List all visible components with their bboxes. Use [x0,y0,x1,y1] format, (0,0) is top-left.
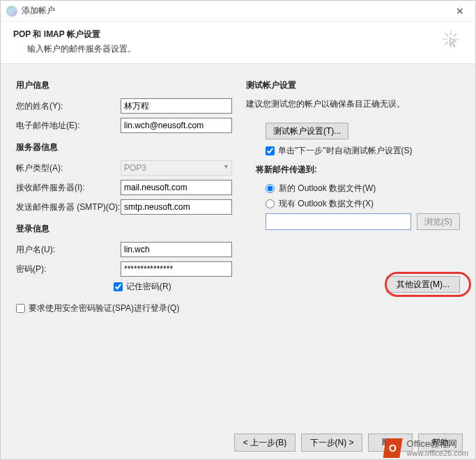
login-section: 登录信息 [16,223,232,235]
test-section: 测试帐户设置 [246,79,460,91]
email-label: 电子邮件地址(E): [16,120,121,132]
email-input[interactable] [121,118,232,133]
deliver-path-input[interactable] [266,213,411,230]
deliver-new-label: 新的 Outlook 数据文件(W) [279,183,376,194]
name-input[interactable] [121,98,232,114]
close-button[interactable]: ✕ [450,4,470,18]
remember-password-label: 记住密码(R) [126,281,171,293]
cursor-icon [440,29,461,49]
password-input[interactable] [121,261,232,277]
deliver-existing-radio[interactable] [266,199,275,208]
remember-password-checkbox[interactable] [114,282,123,291]
window-title: 添加帐户 [22,5,450,17]
next-button[interactable]: 下一步(N) > [301,434,362,452]
userinfo-section: 用户信息 [16,79,232,91]
dialog-window: 添加帐户 ✕ POP 和 IMAP 帐户设置 输入帐户的邮件服务器设置。 用户信… [0,0,476,460]
deliver-section: 将新邮件传递到: [256,164,460,176]
header: POP 和 IMAP 帐户设置 输入帐户的邮件服务器设置。 [1,22,475,64]
autotest-label: 单击"下一步"时自动测试帐户设置(S) [278,145,413,157]
test-settings-button[interactable]: 测试帐户设置(T)... [266,123,348,139]
account-type-label: 帐户类型(A): [16,162,121,174]
deliver-existing-label: 现有 Outlook 数据文件(X) [279,198,374,210]
username-input[interactable] [121,242,232,257]
outgoing-input[interactable] [121,199,232,215]
globe-icon [6,6,17,17]
help-button[interactable]: 帮助 [418,434,463,452]
outgoing-label: 发送邮件服务器 (SMTP)(O): [16,201,121,213]
titlebar: 添加帐户 ✕ [1,1,475,22]
spa-label: 要求使用安全密码验证(SPA)进行登录(Q) [29,302,179,314]
name-label: 您的姓名(Y): [16,100,121,112]
footer: < 上一步(B) 下一步(N) > 取消 帮助 [1,426,475,459]
test-desc: 建议您测试您的帐户以确保条目正确无误。 [246,98,460,110]
username-label: 用户名(U): [16,244,121,256]
incoming-label: 接收邮件服务器(I): [16,182,121,194]
serverinfo-section: 服务器信息 [16,141,232,153]
back-button[interactable]: < 上一步(B) [234,434,295,452]
spa-checkbox[interactable] [16,304,25,313]
incoming-input[interactable] [121,180,232,195]
browse-button: 浏览(S) [417,213,460,230]
header-subtitle: 输入帐户的邮件服务器设置。 [13,43,440,55]
cancel-button[interactable]: 取消 [368,434,413,452]
other-settings-button[interactable]: 其他设置(M)... [386,276,460,293]
deliver-new-radio[interactable] [266,184,275,193]
autotest-checkbox[interactable] [266,146,275,155]
password-label: 密码(P): [16,263,121,275]
header-title: POP 和 IMAP 帐户设置 [13,29,440,40]
account-type-select: POP3 [121,160,232,176]
